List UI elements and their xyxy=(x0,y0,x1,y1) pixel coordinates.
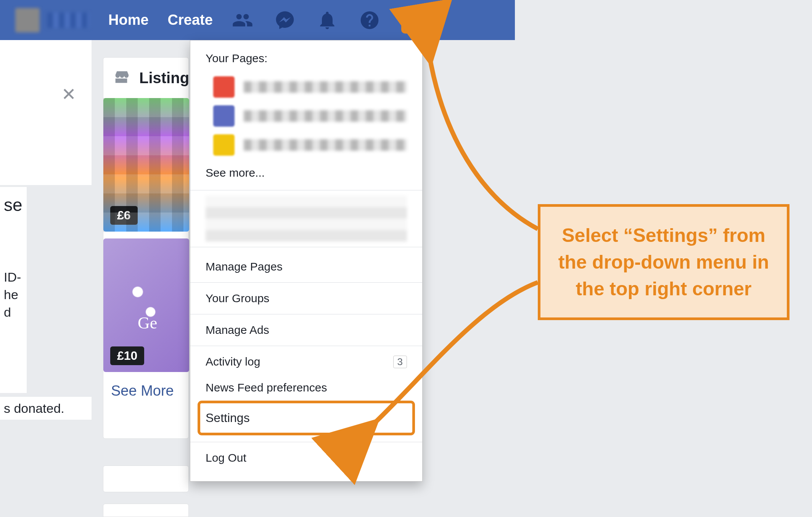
left-panel-top: ✕ xyxy=(0,40,92,185)
account-dropdown-trigger[interactable] xyxy=(401,7,428,34)
profile-avatar[interactable] xyxy=(15,8,40,32)
card-placeholder-2 xyxy=(103,504,189,517)
listing-price-1: £6 xyxy=(110,206,138,225)
listing-see-more-link[interactable]: See More xyxy=(103,372,188,410)
left-panel-bottom: s donated. xyxy=(0,397,92,420)
notifications-icon[interactable] xyxy=(317,10,338,31)
close-icon[interactable]: ✕ xyxy=(61,84,76,105)
dropdown-activity-log[interactable]: Activity log 3 xyxy=(190,346,422,377)
dropdown-page-item[interactable] xyxy=(190,72,422,101)
dropdown-settings[interactable]: Settings xyxy=(200,403,412,433)
listing-header: Listing xyxy=(103,58,188,98)
account-dropdown-menu: Your Pages: See more... Manage Pages You… xyxy=(190,40,423,482)
store-icon xyxy=(111,68,132,87)
dropdown-page-item[interactable] xyxy=(190,101,422,130)
dropdown-manage-pages[interactable]: Manage Pages xyxy=(190,251,422,282)
card-placeholder-1 xyxy=(103,465,189,492)
listing-title: Listing xyxy=(139,69,189,87)
dropdown-page-item[interactable] xyxy=(190,130,422,159)
truncated-donated-text: s donated. xyxy=(4,401,64,416)
listing-thumbnail-1[interactable]: £6 xyxy=(103,98,189,232)
listing-price-2: £10 xyxy=(110,346,144,365)
listing-thumbnail-2[interactable]: Ge £10 xyxy=(103,238,189,372)
dropdown-log-out[interactable]: Log Out xyxy=(190,442,422,474)
truncated-heading: se xyxy=(4,195,23,215)
nav-icon-cluster xyxy=(232,7,428,34)
friends-icon[interactable] xyxy=(232,10,253,31)
dropdown-manage-ads[interactable]: Manage Ads xyxy=(190,314,422,346)
dropdown-news-feed-preferences[interactable]: News Feed preferences xyxy=(190,377,422,403)
dropdown-your-pages-label: Your Pages: xyxy=(190,40,422,72)
dropdown-group-redacted[interactable] xyxy=(206,196,407,242)
messenger-icon[interactable] xyxy=(274,10,296,31)
annotation-callout: Select “Settings” from the drop-down men… xyxy=(538,204,789,320)
activity-count-badge: 3 xyxy=(393,356,407,368)
top-bar: Home Create xyxy=(0,0,515,40)
left-panel-mid: se ID- he d xyxy=(0,187,27,393)
help-icon[interactable] xyxy=(359,10,380,31)
nav-home[interactable]: Home xyxy=(108,12,149,28)
truncated-text: ID- he d xyxy=(4,269,23,321)
dropdown-see-more-pages[interactable]: See more... xyxy=(190,159,422,186)
marketplace-listing-card: Listing £6 Ge £10 See More xyxy=(103,57,189,439)
nav-create[interactable]: Create xyxy=(168,12,213,28)
dropdown-your-groups[interactable]: Your Groups xyxy=(190,282,422,314)
profile-name-redacted[interactable] xyxy=(47,13,89,28)
